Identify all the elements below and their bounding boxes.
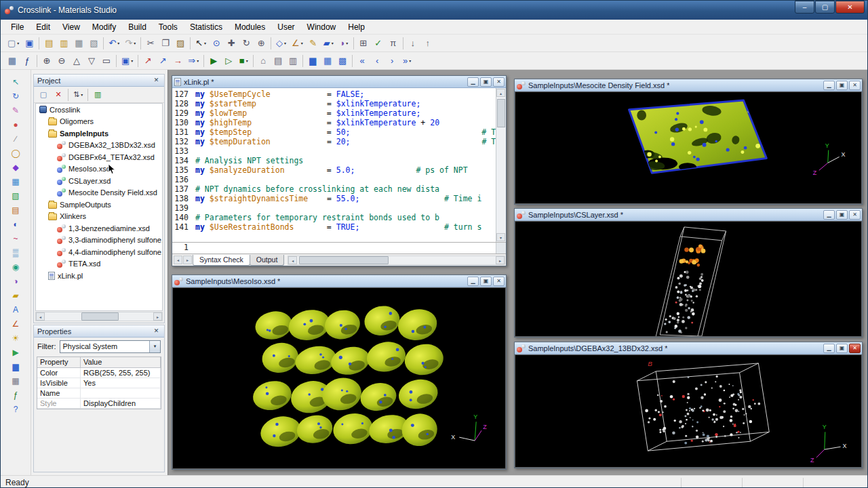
tree-item-dgebax32-13bdx32-xsd[interactable]: DGEBAx32_13BDx32.xsd	[36, 140, 162, 152]
property-row[interactable]: ColorRGB(255, 255, 255)	[37, 368, 161, 378]
editor-hscrollbar[interactable]: ◂ ▸	[288, 256, 505, 265]
child-minimize-button[interactable]: ▁	[823, 210, 835, 220]
layer-tool-button[interactable]: ▤	[7, 203, 24, 217]
editor-window-xlink[interactable]: xLink.pl * ▁ ▣ ✕ 127my $UseTempCycle = F…	[172, 75, 507, 266]
field-tool-button[interactable]: ▒	[7, 246, 24, 260]
scroll-left-icon[interactable]: ◂	[288, 256, 297, 264]
undo-button[interactable]: ↶▾	[106, 36, 121, 51]
center-view-button[interactable]: ⊕	[254, 36, 268, 51]
tree-item-mesoiso-xsd[interactable]: MesoIso.xsd	[36, 163, 162, 176]
properties-panel-header[interactable]: Properties ✕	[34, 325, 164, 338]
job-explorer-button[interactable]: ▤	[271, 54, 285, 68]
open-library-button[interactable]: ▥	[91, 89, 104, 101]
tree-item-teta-xsd[interactable]: TETA.xsd	[36, 258, 162, 270]
label-tool-button[interactable]: A	[7, 303, 24, 317]
zoom-mode-button[interactable]: ⊙	[210, 36, 223, 51]
scroll-down-icon[interactable]: ▾	[496, 233, 505, 241]
child-close-button[interactable]: ✕	[849, 210, 861, 220]
project-panel-header[interactable]: Project ✕	[34, 75, 164, 87]
code-editor[interactable]: 127my $UseTempCycle = FALSE;128my $start…	[172, 88, 506, 243]
tab-output[interactable]: Output	[250, 255, 285, 266]
scroll-thumb[interactable]	[299, 256, 389, 264]
scroll-down-button[interactable]: ▽	[85, 54, 98, 68]
vector-red-button[interactable]: ↗	[141, 54, 155, 68]
view-orientation-button[interactable]: ◇▾	[274, 36, 288, 51]
mesoiso-3d-view[interactable]: Y X Z	[172, 287, 506, 469]
tab-scroll-left-icon[interactable]: ◂	[174, 256, 182, 264]
scroll-right-icon[interactable]: ▸	[153, 312, 162, 321]
menu-item-view[interactable]: View	[56, 20, 86, 34]
filter-dropdown[interactable]: Physical System ▾	[60, 340, 161, 353]
child-restore-button[interactable]: ▣	[836, 344, 848, 353]
fit-to-view-button[interactable]: ▭	[100, 54, 113, 68]
child-close-button[interactable]: ✕	[493, 277, 505, 286]
minimize-button[interactable]: –	[795, 1, 814, 14]
viewer-window-dgeba[interactable]: SampleInputs\DGEBAx32_13BDx32.xsd * ▁ ▣ …	[514, 342, 863, 468]
surface-tool-button[interactable]: ▧	[7, 189, 24, 203]
polymer-tool-button[interactable]: ~	[7, 232, 24, 245]
tree-item-mesocite-density-field-xsd[interactable]: Mesocite Density Field.xsd	[36, 187, 162, 199]
menu-item-modify[interactable]: Modify	[86, 20, 122, 34]
vector-set-button[interactable]: ⇒▾	[186, 54, 201, 68]
script-tool-button[interactable]: ƒ	[7, 388, 24, 402]
scroll-track[interactable]	[45, 312, 153, 321]
menu-item-user[interactable]: User	[271, 20, 300, 34]
isosurface-tool-button[interactable]: ◉	[7, 260, 24, 274]
select-tool-button[interactable]: ↖	[7, 75, 24, 89]
viewer-window-mesocite[interactable]: SampleInputs\Mesocite Density Field.xsd …	[514, 79, 863, 205]
server-console-button[interactable]: ▥	[286, 54, 300, 68]
child-restore-button[interactable]: ▣	[836, 81, 848, 90]
viewer-window-titlebar[interactable]: SampleInputs\CSLayer.xsd * ▁ ▣ ✕	[515, 209, 862, 221]
viewer-window-titlebar[interactable]: SampleInputs\Mesocite Density Field.xsd …	[515, 79, 862, 92]
new-item-button[interactable]: ▢	[37, 89, 50, 101]
fragment-tool-button[interactable]: ◆	[7, 161, 24, 174]
chart-tool-button[interactable]: ▆	[7, 360, 24, 373]
scroll-up-button[interactable]: △	[70, 54, 83, 68]
sketch-button[interactable]: ✎	[307, 36, 320, 51]
sketch-atom-tool-button[interactable]: ✎	[7, 104, 24, 117]
project-panel-close-icon[interactable]: ✕	[152, 76, 161, 85]
child-close-button[interactable]: ✕	[849, 344, 861, 353]
symbols-button[interactable]: π	[387, 36, 400, 51]
close-button[interactable]: ✕	[835, 1, 865, 14]
chevron-down-icon[interactable]: ▾	[149, 341, 160, 352]
redo-button[interactable]: ↷▾	[123, 36, 138, 51]
rotate-tool-button[interactable]: ↻	[7, 89, 24, 103]
child-close-button[interactable]: ✕	[493, 77, 505, 87]
export-button[interactable]: ▥	[57, 36, 71, 51]
table-viewer-button[interactable]: ▦	[321, 54, 334, 68]
cslayer-3d-view[interactable]	[515, 221, 862, 337]
viewer-window-titlebar[interactable]: SampleInputs\DGEBAx32_13BDx32.xsd * ▁ ▣ …	[515, 342, 862, 354]
vector-mixed-button[interactable]: →	[171, 54, 184, 68]
save-button[interactable]: ▣	[22, 36, 36, 51]
menu-item-modules[interactable]: Modules	[229, 20, 271, 34]
tree-item-crosslink[interactable]: Crosslink	[36, 104, 162, 116]
property-row[interactable]: Name	[37, 388, 161, 399]
tree-item-cslayer-xsd[interactable]: CSLayer.xsd	[36, 175, 162, 187]
child-minimize-button[interactable]: ▁	[823, 344, 835, 353]
table-tool-button[interactable]: ▦	[7, 374, 24, 388]
sort-ascending-button[interactable]: ↓	[406, 36, 420, 51]
scroll-thumb[interactable]	[81, 312, 118, 321]
child-minimize-button[interactable]: ▁	[823, 81, 835, 90]
crystal-tool-button[interactable]: ▦	[7, 175, 24, 188]
property-row[interactable]: IsVisibleYes	[37, 378, 161, 388]
print-preview-button[interactable]: ▧	[87, 36, 100, 51]
menu-item-file[interactable]: File	[5, 20, 30, 34]
translate-mode-button[interactable]: ✚	[224, 36, 238, 51]
grid-3d-button[interactable]: ▩	[336, 54, 349, 68]
zoom-in-button[interactable]: ⊕	[40, 54, 54, 68]
child-close-button[interactable]: ✕	[849, 81, 861, 90]
color-tool-button[interactable]: ▰	[7, 289, 24, 302]
child-minimize-button[interactable]: ▁	[467, 277, 479, 286]
new-3d-window-button[interactable]: ▣▾	[119, 54, 135, 68]
menu-item-edit[interactable]: Edit	[30, 20, 56, 34]
scroll-left-icon[interactable]: ◂	[36, 312, 45, 321]
menu-item-tools[interactable]: Tools	[153, 20, 184, 34]
new-document-button[interactable]: ▢▾	[5, 36, 21, 51]
menu-item-window[interactable]: Window	[301, 20, 342, 34]
ring-tool-button[interactable]: ◯	[7, 146, 24, 160]
cut-button[interactable]: ✂	[144, 36, 157, 51]
menu-item-build[interactable]: Build	[122, 20, 153, 34]
help-tool-button[interactable]: ?	[7, 403, 24, 416]
